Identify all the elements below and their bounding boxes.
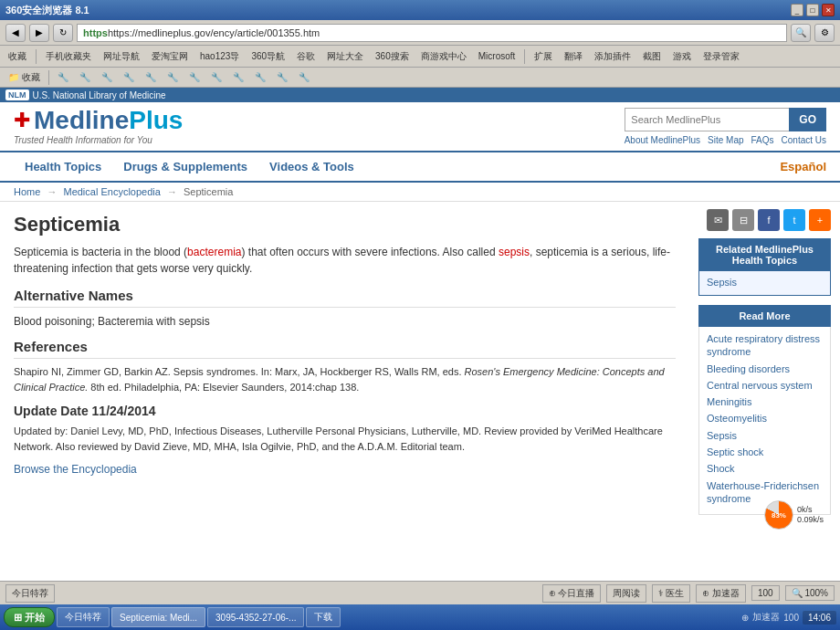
read-more-link-0[interactable]: Acute respiratory distress syndrome: [707, 332, 823, 359]
status-favorites[interactable]: 今日特荐: [5, 584, 55, 603]
read-more-link-6[interactable]: Septic shock: [707, 446, 823, 458]
read-more-link-4[interactable]: Osteomyelitis: [707, 412, 823, 425]
alt-names-content: Blood poisoning; Bacteremia with sepsis: [14, 313, 676, 330]
fav-icon-4[interactable]: 🔧: [119, 70, 139, 84]
toolbar-games[interactable]: 商游戏中心: [416, 48, 471, 65]
address-bar[interactable]: https https://medlineplus.gov/ency/artic…: [77, 24, 787, 42]
back-button[interactable]: ◀: [5, 24, 26, 42]
fav-icon-11[interactable]: 🔧: [272, 70, 292, 84]
status-daily[interactable]: ⊕ 今日直播: [542, 584, 602, 603]
fav-icon-10[interactable]: 🔧: [250, 70, 270, 84]
contact-link[interactable]: Contact Us: [782, 135, 826, 145]
read-more-link-1[interactable]: Bleeding disorders: [707, 362, 823, 375]
about-link[interactable]: About MedlinePlus: [625, 135, 700, 145]
search-button[interactable]: 🔍: [791, 24, 811, 42]
fav-icon-2[interactable]: 🔧: [75, 70, 95, 84]
toolbar-microsoft[interactable]: Microsoft: [474, 49, 520, 63]
address-rest: https://medlineplus.gov/ency/article/001…: [108, 27, 320, 38]
breadcrumb-encyclopedia[interactable]: Medical Encyclopedia: [63, 186, 160, 197]
toolbar-games2[interactable]: 游戏: [668, 48, 696, 65]
fav-icon-6[interactable]: 🔧: [163, 70, 183, 84]
taskbar-item-1-label: 今日特荐: [65, 611, 101, 624]
taskbar-item-4[interactable]: 下载: [306, 607, 341, 627]
refresh-button[interactable]: ↻: [53, 24, 73, 42]
breadcrumb-home[interactable]: Home: [14, 186, 40, 197]
logo-row: ✚ MedlinePlus: [14, 108, 183, 133]
status-doctor[interactable]: ⚕ 医生: [652, 584, 690, 603]
forward-button[interactable]: ▶: [29, 24, 49, 42]
settings-button[interactable]: ⚙: [814, 24, 835, 42]
breadcrumb-arrow-2: →: [167, 186, 177, 197]
address-https: https: [83, 27, 108, 38]
toolbar-hao123[interactable]: hao123导: [195, 48, 244, 65]
tab-health-topics[interactable]: Health Topics: [14, 152, 112, 181]
toolbar-screenshot[interactable]: 截图: [638, 48, 666, 65]
toolbar-expand[interactable]: 扩展: [530, 48, 557, 65]
related-topics-header: Related MedlinePlus Health Topics: [698, 238, 831, 271]
highlight-bacteremia[interactable]: bacteremia: [187, 246, 241, 258]
tab-espanol[interactable]: Español: [780, 152, 826, 181]
fav-icon-9[interactable]: 🔧: [228, 70, 248, 84]
article-area: Septicemia Septicemia is bacteria in the…: [0, 202, 689, 581]
start-label: 开始: [25, 611, 45, 625]
search-go-button[interactable]: GO: [789, 108, 826, 131]
logo-plus: Plus: [129, 106, 183, 134]
medlineplus-logo[interactable]: MedlinePlus: [34, 108, 183, 133]
status-accelerator[interactable]: ⊕ 加速器: [696, 584, 746, 603]
progress-area: 83% 0k/s 0.09k/s: [764, 500, 824, 530]
highlight-sepsis[interactable]: sepsis: [499, 246, 530, 258]
faqs-link[interactable]: FAQs: [751, 135, 774, 145]
toolbar-360nav[interactable]: 360导航: [247, 48, 289, 65]
toolbar-google[interactable]: 谷歌: [292, 48, 320, 65]
update-date: Update Date 11/24/2014: [14, 404, 676, 418]
tab-drugs-supplements[interactable]: Drugs & Supplements: [112, 152, 258, 181]
toolbar-mobile[interactable]: 手机收藏夹: [41, 48, 96, 65]
share-print-icon[interactable]: ⊟: [732, 209, 754, 231]
toolbar-nav[interactable]: 网址导航: [99, 48, 144, 65]
fav-icon-7[interactable]: 🔧: [184, 70, 205, 84]
fav-icon-12[interactable]: 🔧: [294, 70, 314, 84]
logo-medline: Medline: [34, 106, 129, 134]
browse-encyclopedia-link[interactable]: Browse the Encyclopedia: [14, 463, 137, 476]
breadcrumb-arrow-1: →: [47, 186, 57, 197]
tab-videos-tools[interactable]: Videos & Tools: [258, 152, 365, 181]
fav-icon-1[interactable]: 🔧: [53, 70, 73, 84]
toolbar-taobao[interactable]: 爱淘宝网: [147, 48, 193, 65]
start-button[interactable]: ⊞ 开始: [4, 607, 55, 627]
related-link-sepsis[interactable]: Sepsis: [707, 277, 823, 288]
taskbar-item-2[interactable]: Septicemia: Medi...: [111, 607, 205, 627]
read-more-link-7[interactable]: Shock: [707, 462, 823, 475]
references-content: Shapiro NI, Zimmer GD, Barkin AZ. Sepsis…: [14, 364, 676, 394]
minimize-button[interactable]: _: [791, 4, 803, 16]
toolbar-addon[interactable]: 添加插件: [590, 48, 635, 65]
header-links: About MedlinePlus Site Map FAQs Contact …: [625, 135, 826, 145]
read-more-link-5[interactable]: Sepsis: [707, 429, 823, 442]
medline-cross-icon: ✚: [14, 109, 30, 132]
fav-icon-3[interactable]: 🔧: [97, 70, 117, 84]
toolbar-url[interactable]: 网址大全: [322, 48, 368, 65]
share-addthis-icon[interactable]: +: [809, 209, 831, 231]
status-zoom[interactable]: 🔍 100%: [785, 585, 835, 601]
search-input[interactable]: [625, 108, 789, 131]
toolbar-360search[interactable]: 360搜索: [371, 48, 414, 65]
tab-group: Health Topics Drugs & Supplements Videos…: [14, 152, 365, 181]
taskbar-item-3[interactable]: 3095-4352-27-06-...: [207, 607, 304, 627]
toolbar-translate[interactable]: 翻译: [560, 48, 587, 65]
toolbar-favorites[interactable]: 收藏: [4, 48, 31, 65]
share-email-icon[interactable]: ✉: [707, 209, 729, 231]
toolbar-login[interactable]: 登录管家: [698, 48, 744, 65]
fav-icon-8[interactable]: 🔧: [206, 70, 226, 84]
fav-item-1[interactable]: 📁 收藏: [4, 69, 45, 86]
fav-icon-5[interactable]: 🔧: [141, 70, 161, 84]
read-more-link-2[interactable]: Central nervous system: [707, 379, 823, 392]
sitemap-link[interactable]: Site Map: [708, 135, 743, 145]
taskbar-item-1[interactable]: 今日特荐: [57, 607, 110, 627]
progress-circle: 83%: [764, 500, 793, 530]
close-button[interactable]: ✕: [822, 4, 835, 16]
share-twitter-icon[interactable]: t: [783, 209, 805, 231]
share-facebook-icon[interactable]: f: [758, 209, 780, 231]
read-more-link-3[interactable]: Meningitis: [707, 395, 823, 408]
status-reader[interactable]: 周阅读: [606, 584, 646, 603]
maximize-button[interactable]: □: [806, 4, 819, 16]
taskbar: ⊞ 开始 今日特荐 Septicemia: Medi... 3095-4352-…: [0, 604, 840, 630]
